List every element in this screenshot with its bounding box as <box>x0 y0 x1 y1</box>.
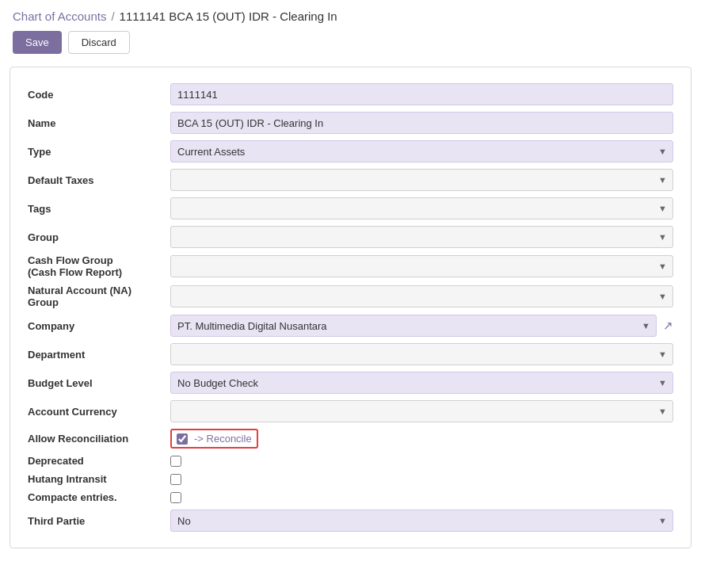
compacte-entries-label: Compacte entries. <box>23 488 166 506</box>
natural-account-label: Natural Account (NA) Group <box>23 281 166 311</box>
tags-select-wrapper: ▼ <box>170 197 673 220</box>
table-row: Budget Level No Budget Check ▼ <box>23 368 678 397</box>
table-row: Cash Flow Group (Cash Flow Report) ▼ <box>23 251 678 281</box>
table-row: Department ▼ <box>23 340 678 368</box>
tags-select[interactable] <box>170 197 673 220</box>
hutang-intransit-label: Hutang Intransit <box>23 470 166 488</box>
table-row: Group ▼ <box>23 223 678 251</box>
form-table: Code Name Type <box>23 80 678 535</box>
table-row: Deprecated <box>23 452 678 470</box>
table-row: Compacte entries. <box>23 488 678 506</box>
tags-label: Tags <box>23 194 166 223</box>
company-label: Company <box>23 311 166 340</box>
default-taxes-select[interactable] <box>170 169 673 191</box>
company-row: PT. Multimedia Digital Nusantara ▼ ↗ <box>170 315 673 337</box>
save-button[interactable]: Save <box>13 31 62 54</box>
group-select[interactable] <box>170 226 673 248</box>
allow-reconciliation-cell: -> Reconcile <box>170 429 258 449</box>
deprecated-checkbox[interactable] <box>170 456 181 467</box>
breadcrumb: Chart of Accounts / 1111141 BCA 15 (OUT)… <box>0 0 701 26</box>
breadcrumb-current: 1111141 BCA 15 (OUT) IDR - Clearing In <box>120 10 337 23</box>
table-row: Hutang Intransit <box>23 470 678 488</box>
action-bar: Save Discard <box>0 26 701 63</box>
hutang-intransit-checkbox[interactable] <box>170 474 181 485</box>
name-input[interactable] <box>170 112 673 134</box>
breadcrumb-separator: / <box>111 10 114 23</box>
default-taxes-label: Default Taxes <box>23 166 166 194</box>
compacte-entries-checkbox[interactable] <box>170 492 181 503</box>
company-select[interactable]: PT. Multimedia Digital Nusantara <box>170 315 657 337</box>
account-currency-select[interactable] <box>170 400 673 422</box>
type-select[interactable]: Current Assets <box>170 140 673 162</box>
form-card: Code Name Type <box>10 67 691 548</box>
table-row: Tags ▼ <box>23 194 678 223</box>
company-select-wrapper: PT. Multimedia Digital Nusantara ▼ <box>170 315 657 337</box>
breadcrumb-parent-link[interactable]: Chart of Accounts <box>13 10 106 23</box>
discard-button[interactable]: Discard <box>68 31 130 54</box>
cash-flow-group-select[interactable] <box>170 255 673 277</box>
account-currency-label: Account Currency <box>23 397 166 426</box>
deprecated-label: Deprecated <box>23 452 166 470</box>
table-row: Allow Reconciliation -> Reconcile <box>23 426 678 452</box>
group-select-wrapper: ▼ <box>170 226 673 248</box>
table-row: Account Currency ▼ <box>23 397 678 426</box>
code-input[interactable] <box>170 83 673 105</box>
code-label: Code <box>23 80 166 109</box>
external-link-icon[interactable]: ↗ <box>663 319 673 333</box>
table-row: Third Partie No ▼ <box>23 506 678 535</box>
table-row: Code <box>23 80 678 109</box>
third-partie-label: Third Partie <box>23 506 166 535</box>
cash-flow-group-select-wrapper: ▼ <box>170 255 673 277</box>
cash-flow-group-label: Cash Flow Group (Cash Flow Report) <box>23 251 166 281</box>
budget-level-label: Budget Level <box>23 368 166 397</box>
page-wrapper: Chart of Accounts / 1111141 BCA 15 (OUT)… <box>0 0 701 588</box>
department-select-wrapper: ▼ <box>170 343 673 365</box>
natural-account-select[interactable] <box>170 285 673 307</box>
department-label: Department <box>23 340 166 368</box>
hutang-intransit-checkbox-cell <box>170 474 673 485</box>
compacte-entries-checkbox-cell <box>170 492 673 503</box>
group-label: Group <box>23 223 166 251</box>
department-select[interactable] <box>170 343 673 365</box>
table-row: Name <box>23 109 678 137</box>
allow-reconciliation-label: Allow Reconciliation <box>23 426 166 452</box>
name-label: Name <box>23 109 166 137</box>
account-currency-select-wrapper: ▼ <box>170 400 673 422</box>
budget-level-select-wrapper: No Budget Check ▼ <box>170 372 673 394</box>
type-select-wrapper: Current Assets ▼ <box>170 140 673 162</box>
allow-reconciliation-checkbox[interactable] <box>177 433 188 445</box>
type-label: Type <box>23 137 166 166</box>
third-partie-select-wrapper: No ▼ <box>170 510 673 532</box>
third-partie-select[interactable]: No <box>170 510 673 532</box>
deprecated-checkbox-cell <box>170 456 673 467</box>
budget-level-select[interactable]: No Budget Check <box>170 372 673 394</box>
table-row: Natural Account (NA) Group ▼ <box>23 281 678 311</box>
table-row: Default Taxes ▼ <box>23 166 678 194</box>
table-row: Type Current Assets ▼ <box>23 137 678 166</box>
natural-account-select-wrapper: ▼ <box>170 285 673 307</box>
table-row: Company PT. Multimedia Digital Nusantara… <box>23 311 678 340</box>
default-taxes-select-wrapper: ▼ <box>170 169 673 191</box>
reconcile-link[interactable]: -> Reconcile <box>194 433 252 445</box>
